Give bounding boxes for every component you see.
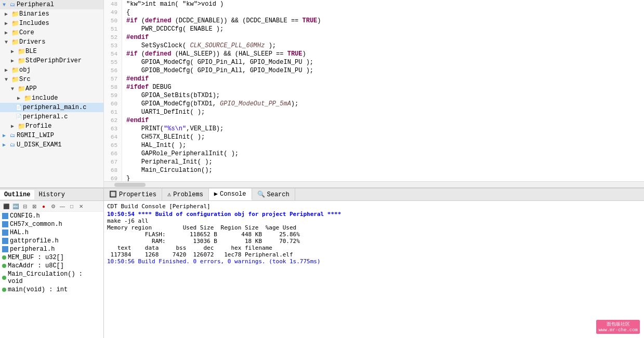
code-line[interactable]: 68 Main_Circulation(); (104, 166, 644, 174)
tab-console[interactable]: ▶ Console (209, 188, 252, 200)
line-number: 52 (104, 33, 122, 42)
file-icon: 📄 (15, 103, 23, 112)
line-number: 51 (104, 25, 122, 33)
dot-button[interactable]: ● (40, 202, 48, 210)
maximize-button[interactable]: □ (68, 202, 76, 210)
cog-button[interactable]: ⚙ (49, 202, 57, 210)
tree-label: RGMII_LWIP (17, 132, 54, 139)
code-line[interactable]: 53 SetSysClock( CLK_SOURCE_PLL_60MHz ); (104, 42, 644, 50)
scroll-thumb (114, 183, 146, 187)
tree-label: Binaries (19, 10, 49, 18)
project-icon4: 🗂 (8, 141, 17, 149)
code-line[interactable]: 55 GPIOA_ModeCfg( GPIO_Pin_All, GPIO_Mod… (104, 58, 644, 66)
code-line[interactable]: 50#if (defined (DCDC_ENABLE)) && (DCDC_E… (104, 17, 644, 25)
tab-history[interactable]: History (34, 190, 69, 199)
blue-square-icon (2, 246, 8, 252)
code-line[interactable]: 51 PWR_DCDCCfg( ENABLE ); (104, 25, 644, 33)
watermark-line1: 面包板社区 (598, 321, 638, 328)
outline-item[interactable]: Main_Circulation() : void (0, 270, 103, 286)
tree-item-includes[interactable]: ▶📁Includes (0, 19, 103, 28)
hide-fields-button[interactable]: ⊟ (21, 202, 29, 210)
tree-item-peripheral[interactable]: ▼🗂Peripheral (0, 0, 103, 9)
console-line: RAM: 13036 B 18 KB 70.72% (107, 238, 641, 245)
code-line[interactable]: 61 UART1_DefInit( ); (104, 108, 644, 116)
folder-arrow: ▶ (2, 66, 10, 74)
folder-icon: 📁 (11, 38, 19, 46)
tree-item-peripheral_main_c[interactable]: 📄peripheral_main.c (0, 103, 103, 112)
code-line[interactable]: 67 Peripheral_Init( ); (104, 158, 644, 166)
folder-icon: 📁 (17, 47, 25, 56)
tab-properties[interactable]: 🔲 Properties (104, 188, 162, 200)
folder-arrow: ▶ (2, 10, 10, 18)
tab-problems[interactable]: ⚠ Problems (162, 188, 209, 200)
folder-arrow: ▼ (2, 38, 10, 46)
horizontal-scrollbar[interactable] (104, 181, 644, 187)
line-number: 63 (104, 125, 122, 133)
tree-item-binaries[interactable]: ▶📁Binaries (0, 9, 103, 19)
tree-item-peripheral_c[interactable]: 📄peripheral.c (0, 112, 103, 121)
minimize-button[interactable]: — (58, 202, 67, 210)
console-line: text data bss dec hex filename (107, 245, 641, 251)
code-line[interactable]: 58#ifdef DEBUG (104, 83, 644, 91)
tree-item-app[interactable]: ▼📁APP (0, 84, 103, 93)
outline-item[interactable]: CH57x_common.h (0, 220, 103, 228)
hide-static-button[interactable]: ⊠ (30, 202, 38, 210)
code-line[interactable]: 65 HAL_Init( ); (104, 141, 644, 150)
outline-item[interactable]: MacAddr : u8C[] (0, 262, 103, 270)
outline-item-label: HAL.h (10, 229, 29, 236)
outline-item[interactable]: main(void) : int (0, 286, 103, 294)
line-content: HAL_Init( ); (122, 141, 186, 150)
outline-toolbar: ⬛ 🔤 ⊟ ⊠ ● ⚙ — □ ✕ (0, 201, 103, 212)
collapse-all-button[interactable]: ⬛ (2, 202, 10, 210)
tree-item-u_disk_exam1[interactable]: ▶🗂U_DISK_EXAM1 (0, 140, 103, 150)
code-line[interactable]: 56 GPIOB_ModeCfg( GPIO_Pin_All, GPIO_Mod… (104, 66, 644, 75)
code-line[interactable]: 52#endif (104, 33, 644, 42)
code-line[interactable]: 48"kw">int main( "kw">void ) (104, 0, 644, 8)
code-line[interactable]: 62#endif (104, 116, 644, 125)
folder-icon: 📁 (17, 122, 25, 130)
tree-item-obj[interactable]: ▶📁obj (0, 65, 103, 75)
folder-arrow: ▼ (2, 75, 10, 84)
tree-item-src[interactable]: ▼📁Src (0, 75, 103, 84)
code-line[interactable]: 49{ (104, 8, 644, 17)
line-content: GPIOB_ModeCfg( GPIO_Pin_All, GPIO_ModeIN… (122, 66, 313, 75)
outline-item[interactable]: gattprofile.h (0, 237, 103, 245)
code-line[interactable]: 64 CH57X_BLEInit( ); (104, 133, 644, 141)
console-panel[interactable]: CDT Build Console [Peripheral] 10:50:54 … (104, 201, 644, 338)
tree-item-core[interactable]: ▶📁Core (0, 28, 103, 37)
console-icon: ▶ (214, 190, 218, 198)
console-lines: 10:50:54 **** Build of configuration obj… (107, 211, 641, 265)
code-line[interactable]: 54#if (defined (HAL_SLEEP)) && (HAL_SLEE… (104, 50, 644, 58)
folder-icon: 📁 (11, 29, 19, 37)
close-outline-button[interactable]: ✕ (77, 202, 85, 210)
tab-outline[interactable]: Outline (0, 190, 34, 199)
console-line: 10:50:54 **** Build of configuration obj… (107, 211, 641, 218)
code-area[interactable]: 48"kw">int main( "kw">void )49{50#if (de… (104, 0, 644, 181)
console-line: 10:50:56 Build Finished. 0 errors, 0 war… (107, 258, 641, 265)
line-content: SetSysClock( CLK_SOURCE_PLL_60MHz ); (122, 42, 276, 50)
tab-search[interactable]: 🔍 Search (252, 188, 295, 200)
code-line[interactable]: 63 PRINT("%s\n",VER_LIB); (104, 125, 644, 133)
outline-list: CONFIG.hCH57x_common.hHAL.hgattprofile.h… (0, 212, 103, 294)
code-line[interactable]: 59 GPIOA_SetBits(bTXD1); (104, 91, 644, 100)
code-line[interactable]: 69} (104, 174, 644, 181)
code-line[interactable]: 57#endif (104, 75, 644, 83)
outline-item-label: CONFIG.h (10, 212, 40, 220)
tree-item-rgmii_lwip[interactable]: ▶🗂RGMII_LWIP (0, 131, 103, 140)
console-line: make -j6 all (107, 218, 641, 224)
tree-item-profile[interactable]: ▶📁Profile (0, 121, 103, 131)
tree-item-drivers[interactable]: ▼📁Drivers (0, 37, 103, 47)
tree-item-stdperiphdriver[interactable]: ▶📁StdPeriphDriver (0, 56, 103, 65)
console-line: 117384 1268 7420 126072 1ec78 Peripheral… (107, 251, 641, 258)
outline-item[interactable]: CONFIG.h (0, 212, 103, 220)
code-line[interactable]: 66 GAPRole_PeripheralInit( ); (104, 150, 644, 158)
sort-button[interactable]: 🔤 (11, 202, 20, 210)
outline-item[interactable]: MEM_BUF : u32[] (0, 253, 103, 262)
tree-item-ble[interactable]: ▶📁BLE (0, 47, 103, 56)
outline-item[interactable]: HAL.h (0, 228, 103, 237)
outline-item-label: gattprofile.h (10, 237, 59, 245)
watermark-line2: www.mr-che.com (598, 328, 638, 333)
outline-item[interactable]: peripheral.h (0, 245, 103, 253)
code-line[interactable]: 60 GPIOA_ModeCfg(bTXD1, GPIO_ModeOut_PP_… (104, 100, 644, 108)
tree-item-include[interactable]: ▶📁include (0, 93, 103, 103)
